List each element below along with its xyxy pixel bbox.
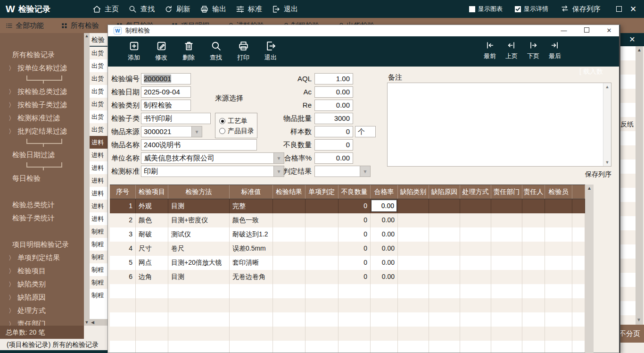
- grid-cell[interactable]: 6: [110, 270, 136, 284]
- table-row[interactable]: 5网点目测+20倍放大镜套印清晰00.00: [110, 256, 585, 270]
- grid-cell[interactable]: [522, 256, 545, 270]
- grid-cell[interactable]: [305, 284, 339, 298]
- grid-cell[interactable]: [522, 199, 545, 213]
- menu-item-刷新[interactable]: 刷新: [164, 5, 190, 14]
- scroll-up-icon[interactable]: ▲: [585, 185, 594, 191]
- right-panel-scrollbar[interactable]: ▲: [636, 46, 643, 326]
- grid-cell[interactable]: [545, 227, 572, 242]
- grid-cell[interactable]: [429, 312, 460, 327]
- grid-cell[interactable]: 尺寸: [136, 242, 168, 256]
- field-物品批量[interactable]: 3000: [314, 113, 353, 124]
- field-样本数[interactable]: 0: [314, 126, 353, 137]
- grid-cell[interactable]: [230, 341, 273, 353]
- sidebar-item-按检验总类过滤[interactable]: 按检验总类过滤: [0, 85, 84, 98]
- grid-cell[interactable]: [273, 270, 305, 284]
- grid-cell[interactable]: [522, 298, 545, 312]
- grid-cell[interactable]: [398, 213, 429, 227]
- grid-cell[interactable]: [273, 242, 305, 256]
- table-row[interactable]: 4尺寸卷尺误差0.5mm00.00: [110, 242, 585, 256]
- grid-cell[interactable]: 无卷边卷角: [230, 270, 273, 284]
- grid-cell[interactable]: [110, 327, 136, 341]
- grid-cell[interactable]: [491, 270, 522, 284]
- grid-cell[interactable]: [168, 284, 230, 298]
- grid-cell[interactable]: [168, 312, 230, 327]
- toolbar-button-打印[interactable]: 打印: [230, 40, 257, 62]
- grid-cell[interactable]: [460, 242, 491, 256]
- sidebar-item-责任部门[interactable]: 责任部门: [0, 317, 84, 326]
- grid-cell[interactable]: [136, 327, 168, 341]
- grid-cell[interactable]: 3: [110, 227, 136, 242]
- grid-cell[interactable]: 0: [339, 199, 371, 213]
- menu-item-主页[interactable]: 主页: [92, 5, 119, 14]
- grid-cell[interactable]: [398, 256, 429, 270]
- grid-cell[interactable]: [136, 341, 168, 353]
- grid-cell[interactable]: [522, 227, 545, 242]
- grid-cell[interactable]: [110, 312, 136, 327]
- sidebar-item-检验子类统计[interactable]: 检验子类统计: [0, 211, 84, 225]
- grid-cell[interactable]: 边角: [136, 270, 168, 284]
- dialog-minimize-button[interactable]: —: [561, 25, 567, 36]
- grid-cell[interactable]: [460, 270, 491, 284]
- grid-cell[interactable]: [491, 327, 522, 341]
- grid-cell[interactable]: [136, 298, 168, 312]
- grid-cell[interactable]: [398, 284, 429, 298]
- grid-cell[interactable]: [398, 270, 429, 284]
- grid-cell[interactable]: [230, 312, 273, 327]
- radio-option-产品目录[interactable]: 产品目录: [219, 126, 257, 136]
- column-header-序号[interactable]: 序号: [110, 185, 136, 199]
- scroll-down-icon[interactable]: ▼: [603, 160, 611, 165]
- column-header-检验项目[interactable]: 检验项目: [136, 185, 168, 199]
- grid-cell[interactable]: [429, 327, 460, 341]
- grid-cell[interactable]: [522, 327, 545, 341]
- field-AQL[interactable]: 1.00: [314, 73, 353, 84]
- table-row[interactable]: 2颜色目测+密度仪颜色一致00.00: [110, 213, 585, 227]
- nav-button-上页[interactable]: 上页: [502, 40, 521, 60]
- grid-cell[interactable]: 网点: [136, 256, 168, 270]
- grid-cell[interactable]: 目测+密度仪: [168, 213, 230, 227]
- grid-cell[interactable]: 套印清晰: [230, 256, 273, 270]
- nav-button-最后[interactable]: 最后: [545, 40, 564, 60]
- field-Ac[interactable]: 0.00: [314, 86, 353, 98]
- grid-cell[interactable]: [491, 213, 522, 227]
- grid-cell[interactable]: 4: [110, 242, 136, 256]
- grid-cell[interactable]: [545, 298, 572, 312]
- field-物品名称[interactable]: 2400说明书: [141, 139, 257, 151]
- grid-cell[interactable]: [460, 312, 491, 327]
- grid-cell[interactable]: [273, 256, 305, 270]
- toolbar-button-查找[interactable]: 查找: [202, 40, 230, 62]
- column-header-单项判定[interactable]: 单项判定: [305, 185, 339, 199]
- scroll-up-icon[interactable]: ▲: [84, 33, 90, 39]
- grid-cell[interactable]: [273, 284, 305, 298]
- sidebar-item-缺陷类别[interactable]: 缺陷类别: [0, 277, 84, 291]
- grid-cell[interactable]: [429, 213, 460, 227]
- table-row[interactable]: [110, 312, 585, 327]
- sidebar-item-按单位名称过滤[interactable]: 按单位名称过滤: [0, 61, 84, 75]
- menu-item-查找[interactable]: 查找: [128, 5, 155, 14]
- grid-cell[interactable]: [460, 341, 491, 353]
- grid-cell[interactable]: [273, 341, 305, 353]
- grid-cell[interactable]: [371, 284, 398, 298]
- grid-cell[interactable]: [305, 312, 339, 327]
- dialog-maximize-button[interactable]: [583, 25, 590, 36]
- grid-cell[interactable]: 0: [339, 213, 371, 227]
- sidebar-item-检验项目[interactable]: 检验项目: [0, 264, 84, 277]
- grid-cell[interactable]: 0.00: [371, 270, 398, 284]
- grid-cell[interactable]: [460, 327, 491, 341]
- column-header-合格率[interactable]: 合格率: [371, 185, 398, 199]
- grid-cell[interactable]: 测试仪: [168, 227, 230, 242]
- table-row[interactable]: 1外观目测完整00.00: [110, 199, 585, 213]
- grid-cell[interactable]: [491, 284, 522, 298]
- sidebar-item-批判定结果过滤[interactable]: 批判定结果过滤: [0, 125, 84, 138]
- grid-cell[interactable]: [460, 227, 491, 242]
- show-chart-checkbox[interactable]: 显示图表: [469, 5, 503, 13]
- sidebar-item-检测标准过滤[interactable]: 检测标准过滤: [0, 111, 84, 125]
- grid-cell-editor[interactable]: 0.00: [371, 199, 398, 213]
- grid-cell[interactable]: [545, 256, 572, 270]
- grid-cell[interactable]: [545, 341, 572, 353]
- grid-cell[interactable]: [305, 298, 339, 312]
- grid-cell[interactable]: 目测+20倍放大镜: [168, 256, 230, 270]
- grid-cell[interactable]: [491, 256, 522, 270]
- grid-cell[interactable]: [371, 341, 398, 353]
- save-column-order-button[interactable]: 保存列序: [561, 4, 601, 14]
- field-检测标准[interactable]: 印刷: [141, 166, 274, 177]
